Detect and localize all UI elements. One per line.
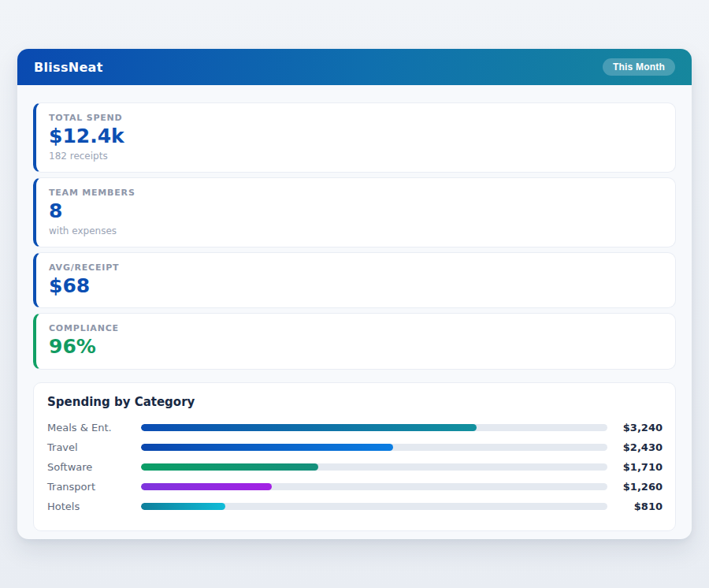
chart-row-travel: Travel $2,430	[47, 437, 663, 457]
stat-subtext: with expenses	[49, 225, 663, 236]
category-label: Software	[47, 461, 141, 473]
period-badge[interactable]: This Month	[603, 58, 675, 76]
chart-row-hotels: Hotels $810	[47, 497, 663, 516]
stat-label: TOTAL SPEND	[49, 113, 663, 123]
bar-fill	[141, 483, 272, 490]
spending-by-category-card: Spending by Category Meals & Ent. $3,240…	[33, 382, 676, 531]
stat-label: AVG/RECEIPT	[49, 262, 663, 273]
stat-value: $12.4k	[49, 125, 663, 148]
category-label: Transport	[47, 481, 141, 493]
chart-row-software: Software $1,710	[47, 457, 663, 477]
bar-track	[141, 424, 607, 431]
bar-fill	[141, 463, 318, 471]
category-value: $1,710	[607, 461, 663, 473]
stat-card-avg-receipt: AVG/RECEIPT $68	[33, 252, 676, 309]
category-label: Meals & Ent.	[47, 422, 141, 434]
app-header: BlissNeat This Month	[17, 49, 692, 85]
bar-track	[141, 444, 607, 451]
app-body: TOTAL SPEND $12.4k 182 receipts TEAM MEM…	[17, 85, 692, 539]
bar-fill	[141, 503, 225, 510]
chart-title: Spending by Category	[47, 395, 663, 409]
bar-fill	[141, 424, 477, 431]
stat-card-team-members: TEAM MEMBERS 8 with expenses	[33, 177, 676, 247]
stat-label: TEAM MEMBERS	[49, 188, 663, 198]
category-value: $3,240	[607, 422, 663, 434]
chart-rows: Meals & Ent. $3,240 Travel $2,430 Softwa…	[47, 418, 663, 516]
app-title: BlissNeat	[34, 60, 103, 75]
app-container: BlissNeat This Month TOTAL SPEND $12.4k …	[17, 49, 692, 539]
category-value: $2,430	[607, 441, 663, 453]
stat-value: 96%	[49, 336, 663, 359]
page: BlissNeat This Month TOTAL SPEND $12.4k …	[0, 0, 709, 588]
category-label: Travel	[47, 441, 141, 453]
stat-subtext: 182 receipts	[49, 151, 663, 162]
bar-track	[141, 483, 607, 490]
stat-value: $68	[49, 275, 663, 298]
chart-row-meals: Meals & Ent. $3,240	[47, 418, 663, 437]
category-value: $810	[607, 501, 663, 512]
chart-row-transport: Transport $1,260	[47, 477, 663, 497]
stat-label: COMPLIANCE	[49, 323, 663, 333]
bar-track	[141, 463, 607, 471]
category-value: $1,260	[607, 481, 663, 493]
category-label: Hotels	[47, 501, 141, 512]
stat-card-total-spend: TOTAL SPEND $12.4k 182 receipts	[33, 102, 676, 173]
stat-card-compliance: COMPLIANCE 96%	[33, 313, 676, 370]
stats-list: TOTAL SPEND $12.4k 182 receipts TEAM MEM…	[33, 102, 676, 370]
bar-fill	[141, 444, 393, 451]
bar-track	[141, 503, 607, 510]
stat-value: 8	[49, 200, 663, 223]
